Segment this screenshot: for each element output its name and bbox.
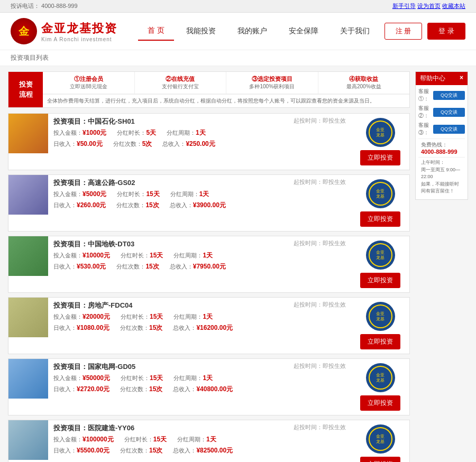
- top-bar-links: 新手引导 设为首页 收藏本站: [392, 2, 465, 10]
- project-body: 投资项目：房地产-FDC04 起投时间：即投生效 投入金额：¥20000元 分红…: [48, 298, 351, 354]
- project-item-fdc04: 投资项目：房地产-FDC04 起投时间：即投生效 投入金额：¥20000元 分红…: [8, 297, 410, 354]
- logo-zh: 金亚龙基投资: [41, 21, 117, 36]
- logo-text: 金亚龙基投资 Kim A Ronchi investment: [41, 21, 117, 42]
- right-panel: 帮助中心 × 客服①： QQ交谈 客服②： QQ交谈 客服③： QQ交谈 免费热…: [415, 71, 468, 462]
- hotline: 免费热线： 4000-888-999: [418, 138, 465, 157]
- qq-btn-1[interactable]: QQ交谈: [433, 91, 465, 100]
- project-badge: 金亚龙基: [366, 241, 395, 270]
- project-item-gs02: 投资项目：高速公路-GS02 起投时间：即投生效 投入金额：¥5000元 分红时…: [8, 174, 410, 232]
- top-bar-link-guide[interactable]: 新手引导: [392, 3, 416, 9]
- top-bar-phone: 投诉电话： 4000-888-999: [11, 2, 78, 10]
- qq-row-2: 客服②： QQ交谈: [418, 105, 465, 119]
- project-title: 投资项目：中国石化-SH01: [53, 117, 135, 126]
- project-details: 投入金额：¥10000元 分红时长：15天 分红周期：1天 日收入：¥530.0…: [53, 251, 346, 272]
- process-desc: 全体协作费用每天结算，进行分红，充入项目后，系统自动分红，根据自动分红，将按照您…: [43, 94, 409, 107]
- project-timing: 起投时间：即投生效: [294, 301, 346, 310]
- main-content: 投资 流程 ①注册会员 立即送88元现金 ②在线充值 支付银行支付宝 ③选定投资…: [0, 66, 476, 462]
- project-action: 金亚龙基 立即投资: [351, 236, 409, 292]
- process-steps: ①注册会员 立即送88元现金 ②在线充值 支付银行支付宝 ③选定投资项目 多种1…: [43, 72, 409, 107]
- top-bar-link-fav[interactable]: 收藏本站: [442, 3, 465, 9]
- float-panel-close[interactable]: ×: [460, 74, 463, 83]
- breadcrumb: 投资项目列表: [0, 50, 476, 66]
- login-button[interactable]: 登 录: [427, 23, 465, 40]
- project-image: [8, 175, 48, 215]
- project-image: [8, 298, 48, 337]
- project-action: 金亚龙基 立即投资: [351, 420, 409, 462]
- project-badge: 金亚龙基: [366, 118, 395, 147]
- float-panel: 帮助中心 × 客服①： QQ交谈 客服②： QQ交谈 客服③： QQ交谈 免费热…: [415, 71, 468, 200]
- project-invest-button[interactable]: 立即投资: [360, 457, 400, 462]
- project-action: 金亚龙基 立即投资: [351, 175, 409, 231]
- process-step-2: ②在线充值 支付银行支付宝: [135, 72, 227, 94]
- project-item-yy06: 投资项目：医院建造-YY06 起投时间：即投生效 投入金额：¥100000元 分…: [8, 420, 410, 462]
- project-action: 金亚龙基 立即投资: [351, 114, 409, 170]
- project-invest-button[interactable]: 立即投资: [360, 150, 400, 165]
- project-timing: 起投时间：即投生效: [294, 362, 346, 372]
- logo-en: Kim A Ronchi investment: [41, 36, 117, 42]
- logo-icon: 金: [11, 18, 37, 44]
- project-details: 投入金额：¥20000元 分红时长：15天 分红周期：1天 日收入：¥1080.…: [53, 312, 346, 334]
- register-button[interactable]: 注 册: [385, 23, 423, 40]
- project-title: 投资项目：中国地铁-DT03: [53, 239, 134, 249]
- project-invest-button[interactable]: 立即投资: [360, 211, 400, 227]
- nav-safety[interactable]: 安全保障: [279, 22, 328, 40]
- nav-invest[interactable]: 我能投资: [177, 22, 225, 40]
- float-panel-header: 帮助中心 ×: [416, 72, 468, 85]
- qq-btn-2[interactable]: QQ交谈: [433, 108, 465, 117]
- project-timing: 起投时间：即投生效: [294, 178, 346, 188]
- projects-list: 投资项目：中国石化-SH01 起投时间：即投生效 投入金额：¥1000元 分红时…: [8, 113, 410, 462]
- project-badge: 金亚龙基: [366, 363, 395, 392]
- header: 金 金亚龙基投资 Kim A Ronchi investment 首 页 我能投…: [0, 13, 476, 50]
- top-bar-link-home[interactable]: 设为首页: [417, 3, 441, 9]
- project-timing: 起投时间：即投生效: [294, 239, 346, 249]
- project-timing: 起投时间：即投生效: [294, 423, 346, 433]
- project-item-dt03: 投资项目：中国地铁-DT03 起投时间：即投生效 投入金额：¥10000元 分红…: [8, 236, 410, 293]
- process-title: 投资 流程: [8, 72, 43, 107]
- project-body: 投资项目：医院建造-YY06 起投时间：即投生效 投入金额：¥100000元 分…: [48, 420, 351, 462]
- qq-btn-3[interactable]: QQ交谈: [433, 125, 465, 134]
- project-body: 投资项目：中国石化-SH01 起投时间：即投生效 投入金额：¥1000元 分红时…: [48, 114, 351, 170]
- project-body: 投资项目：国家电网-GD05 起投时间：即投生效 投入金额：¥50000元 分红…: [48, 359, 351, 415]
- project-badge: 金亚龙基: [366, 424, 395, 454]
- project-title: 投资项目：房地产-FDC04: [53, 301, 133, 310]
- logo: 金 金亚龙基投资 Kim A Ronchi investment: [11, 18, 117, 44]
- project-invest-button[interactable]: 立即投资: [360, 334, 400, 349]
- project-invest-button[interactable]: 立即投资: [360, 395, 400, 411]
- project-body: 投资项目：高速公路-GS02 起投时间：即投生效 投入金额：¥5000元 分红时…: [48, 175, 351, 231]
- process-top-row: ①注册会员 立即送88元现金 ②在线充值 支付银行支付宝 ③选定投资项目 多种1…: [43, 72, 409, 94]
- nav-about[interactable]: 关于我们: [331, 22, 379, 40]
- project-item-gd05: 投资项目：国家电网-GD05 起投时间：即投生效 投入金额：¥50000元 分红…: [8, 358, 410, 415]
- project-title: 投资项目：国家电网-GD05: [53, 362, 135, 372]
- nav-home[interactable]: 首 页: [138, 22, 174, 41]
- process-step-1: ①注册会员 立即送88元现金: [43, 72, 135, 94]
- nav: 首 页 我能投资 我的账户 安全保障 关于我们 注 册 登 录: [138, 22, 465, 41]
- service-time: 上午时间： 周一至周五 9:00—22:00 如果，不能接听时间有留言留住！: [418, 157, 465, 197]
- project-image: [8, 114, 48, 153]
- project-image: [8, 359, 48, 399]
- project-image: [8, 236, 48, 276]
- project-details: 投入金额：¥1000元 分红时长：5天 分红周期：1天 日收入：¥50.00元 …: [53, 128, 346, 150]
- project-details: 投入金额：¥50000元 分红时长：15天 分红周期：1天 日收入：¥2720.…: [53, 374, 346, 395]
- qq-row-3: 客服③： QQ交谈: [418, 122, 465, 136]
- process-banner: 投资 流程 ①注册会员 立即送88元现金 ②在线充值 支付银行支付宝 ③选定投资…: [8, 71, 410, 108]
- project-body: 投资项目：中国地铁-DT03 起投时间：即投生效 投入金额：¥10000元 分红…: [48, 236, 351, 292]
- nav-account[interactable]: 我的账户: [228, 22, 277, 40]
- top-bar: 投诉电话： 4000-888-999 新手引导 设为首页 收藏本站: [0, 0, 476, 13]
- project-item-sh01: 投资项目：中国石化-SH01 起投时间：即投生效 投入金额：¥1000元 分红时…: [8, 113, 410, 170]
- project-title: 投资项目：高速公路-GS02: [53, 178, 135, 188]
- qq-row-1: 客服①： QQ交谈: [418, 88, 465, 103]
- process-step-3: ③选定投资项目 多种100%获利项目: [226, 72, 318, 94]
- project-badge: 金亚龙基: [366, 179, 395, 208]
- left-panel: 投资 流程 ①注册会员 立即送88元现金 ②在线充值 支付银行支付宝 ③选定投资…: [8, 71, 410, 462]
- project-action: 金亚龙基 立即投资: [351, 359, 409, 415]
- process-step-4: ④获取收益 最高200%收益: [318, 72, 410, 94]
- project-timing: 起投时间：即投生效: [294, 117, 346, 126]
- project-badge: 金亚龙基: [366, 302, 395, 331]
- project-details: 投入金额：¥5000元 分红时长：15天 分红周期：1天 日收入：¥260.00…: [53, 190, 346, 211]
- project-title: 投资项目：医院建造-YY06: [53, 423, 134, 433]
- project-image: [8, 420, 48, 460]
- float-panel-body: 客服①： QQ交谈 客服②： QQ交谈 客服③： QQ交谈 免费热线： 4000…: [416, 85, 468, 199]
- project-invest-button[interactable]: 立即投资: [360, 273, 400, 288]
- project-details: 投入金额：¥100000元 分红时长：15天 分红周期：1天 日收入：¥5500…: [53, 435, 346, 456]
- project-action: 金亚龙基 立即投资: [351, 298, 409, 354]
